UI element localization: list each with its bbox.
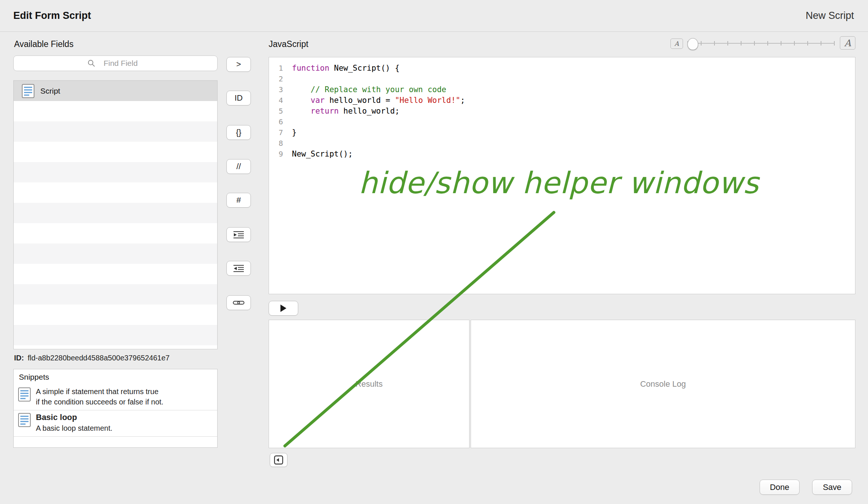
console-log-panel: Console Log	[471, 320, 855, 448]
snippet-title: Basic loop	[36, 412, 112, 423]
field-id-value: fld-a8b2280beedd4588a500e379652461e7	[28, 354, 170, 362]
results-panel: Results	[269, 320, 470, 448]
field-row-script[interactable]: Script	[14, 81, 217, 101]
snippets-header: Snippets	[14, 369, 217, 385]
find-field-search[interactable]	[13, 56, 218, 71]
font-size-large-icon: A	[840, 36, 855, 50]
hide-helper-windows-button[interactable]	[270, 453, 287, 467]
edit-form-script-dialog: Edit Form Script New Script Available Fi…	[0, 0, 868, 504]
snippet-item-if[interactable]: A simple if statement that returns true …	[14, 385, 217, 410]
link-icon	[233, 300, 245, 306]
field-id-line: ID:fld-a8b2280beedd4588a500e379652461e7	[14, 354, 169, 362]
empty-rows	[14, 101, 217, 349]
comment-label: //	[236, 162, 241, 171]
done-button-label: Done	[770, 483, 790, 492]
save-button-label: Save	[823, 483, 841, 492]
available-fields-list: Script	[13, 80, 218, 349]
field-row-label: Script	[40, 87, 60, 95]
font-slider-track[interactable]	[687, 43, 835, 44]
insert-id-label: ID	[235, 93, 243, 103]
snippet-item-basic-loop[interactable]: Basic loop A basic loop statement.	[14, 410, 217, 437]
snippet-desc-line1: A simple if statement that returns true	[36, 386, 164, 397]
results-placeholder: Results	[356, 379, 383, 389]
title-bar: Edit Form Script New Script	[0, 0, 868, 32]
snippet-desc-line1: A basic loop statement.	[36, 423, 112, 433]
indent-left-button[interactable]	[226, 261, 251, 276]
editor-code[interactable]: function New_Script() { // Replace with …	[287, 57, 855, 294]
number-button[interactable]: #	[226, 193, 251, 208]
snippet-icon	[18, 413, 31, 427]
available-fields-label: Available Fields	[14, 39, 74, 49]
comment-button[interactable]: //	[226, 159, 251, 174]
insert-field-label: >	[236, 60, 241, 69]
run-script-button[interactable]	[269, 301, 298, 316]
snippets-panel: Snippets A simple if statement that retu…	[13, 369, 218, 448]
done-button[interactable]: Done	[760, 480, 800, 495]
dialog-title: Edit Form Script	[13, 0, 91, 31]
save-button[interactable]: Save	[812, 480, 852, 495]
font-slider-knob[interactable]	[687, 38, 698, 50]
console-placeholder: Console Log	[640, 379, 686, 389]
font-size-small-icon: A	[670, 38, 683, 49]
play-icon	[280, 304, 287, 312]
link-button[interactable]	[226, 295, 251, 310]
braces-button[interactable]: {}	[226, 125, 251, 140]
form-field-icon	[22, 84, 34, 98]
editor-gutter: 123456789	[269, 57, 287, 294]
language-label: JavaScript	[269, 39, 308, 49]
insert-id-button[interactable]: ID	[226, 91, 251, 105]
indent-right-button[interactable]	[226, 227, 251, 242]
indent-right-icon	[233, 231, 244, 239]
code-editor[interactable]: 123456789 function New_Script() { // Rep…	[269, 57, 855, 294]
panel-collapse-icon	[274, 455, 283, 465]
field-id-label: ID:	[14, 354, 24, 362]
indent-left-icon	[233, 264, 244, 272]
insert-field-button[interactable]: >	[226, 57, 251, 72]
search-input[interactable]	[14, 56, 217, 71]
snippet-icon	[18, 387, 31, 401]
braces-label: {}	[236, 128, 242, 137]
number-label: #	[236, 195, 241, 205]
script-name-label: New Script	[805, 0, 854, 31]
snippet-desc-line2: if the condition succeeds or false if no…	[36, 397, 164, 407]
